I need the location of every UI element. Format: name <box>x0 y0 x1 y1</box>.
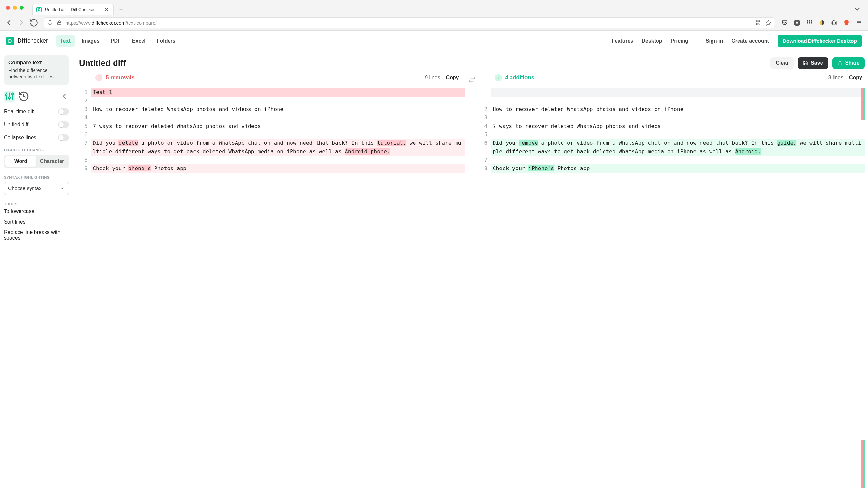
svg-rect-24 <box>805 63 807 65</box>
save-button[interactable]: Save <box>798 57 828 69</box>
tab-strip: D Untitled diff - Diff Checker ✕ + <box>0 0 868 15</box>
window-zoom-button[interactable] <box>20 5 24 10</box>
share-icon <box>837 61 843 66</box>
browser-tab[interactable]: D Untitled diff - Diff Checker ✕ <box>32 4 114 15</box>
toggle-switch[interactable] <box>58 108 69 115</box>
url-host: diffchecker.com <box>92 20 126 26</box>
tab-close-button[interactable]: ✕ <box>103 7 109 13</box>
code-content: 7 ways to recover deleted WhatsApp photo… <box>91 122 465 130</box>
compare-card: Compare text Find the difference between… <box>4 55 69 85</box>
svg-rect-5 <box>760 24 760 25</box>
back-button[interactable] <box>5 18 14 27</box>
header-link-features[interactable]: Features <box>612 38 633 44</box>
removed-token: Test 1 <box>93 89 112 95</box>
diff-pane-right[interactable]: 12How to recover deleted WhatsApp photos… <box>479 88 865 488</box>
share-button[interactable]: Share <box>832 57 865 69</box>
highlight-section-label: HIGHLIGHT CHANGE <box>4 148 69 152</box>
share-button-label: Share <box>845 60 860 66</box>
syntax-select[interactable]: Choose syntax <box>4 182 69 195</box>
tab-overflow-button[interactable] <box>853 5 862 13</box>
compare-card-subtitle: Find the difference between two text fil… <box>8 67 64 80</box>
apps-grid-icon[interactable] <box>806 20 813 26</box>
added-token: remove <box>519 140 538 146</box>
top-tab-folders[interactable]: Folders <box>152 35 180 47</box>
line-number: 3 <box>479 114 491 122</box>
syntax-section-label: SYNTAX HIGHLIGHTING <box>4 175 69 179</box>
segment-character[interactable]: Character <box>36 156 68 167</box>
brave-shield-icon[interactable] <box>843 20 850 26</box>
hamburger-menu-icon[interactable] <box>856 20 862 26</box>
header-link-pricing[interactable]: Pricing <box>671 38 688 44</box>
code-content: How to recover deleted WhatsApp photos a… <box>91 105 465 114</box>
swap-panes-button[interactable] <box>462 74 483 85</box>
svg-point-20 <box>5 94 7 96</box>
removed-token: phone's <box>128 165 151 172</box>
svg-point-22 <box>12 93 14 95</box>
account-avatar[interactable]: A <box>794 20 800 26</box>
sidebar-tabs <box>4 91 69 102</box>
download-desktop-button[interactable]: Download Diffchecker Desktop <box>778 35 862 47</box>
title-actions: Clear Save Share <box>770 57 865 69</box>
removals-count: 5 removals <box>106 74 135 81</box>
qr-icon[interactable] <box>755 20 761 26</box>
history-icon[interactable] <box>18 91 29 102</box>
diff-line: 6Did you remove a photo or video from a … <box>479 139 865 156</box>
settings-icon[interactable] <box>4 91 15 102</box>
code-content: Did you delete a photo or video from a W… <box>91 139 465 156</box>
clear-button[interactable]: Clear <box>770 57 794 69</box>
logo-suffix: checker <box>27 37 48 44</box>
added-token: Android. <box>735 148 761 155</box>
segment-word[interactable]: Word <box>5 156 36 167</box>
top-tab-excel[interactable]: Excel <box>127 35 150 47</box>
top-tab-text[interactable]: Text <box>56 35 75 47</box>
left-line-count: 9 lines <box>425 75 440 81</box>
diff-pane-left[interactable]: 1Test 123How to recover deleted WhatsApp… <box>79 88 465 488</box>
left-pane-header: − 5 removals 9 lines Copy <box>79 74 462 85</box>
tool-item[interactable]: Replace line breaks with spaces <box>4 230 69 241</box>
top-tab-images[interactable]: Images <box>77 35 104 47</box>
code-content: How to recover deleted WhatsApp photos a… <box>491 105 865 114</box>
tool-list: To lowercaseSort linesReplace line break… <box>4 209 69 241</box>
main-content: Untitled diff Clear Save Share <box>73 52 868 488</box>
minus-badge-icon: − <box>95 74 102 81</box>
diff-body: 1Test 123How to recover deleted WhatsApp… <box>79 88 865 488</box>
reload-button[interactable] <box>29 18 38 27</box>
tool-item[interactable]: To lowercase <box>4 209 69 214</box>
new-tab-button[interactable]: + <box>116 5 126 14</box>
window-close-button[interactable] <box>6 5 10 10</box>
save-button-label: Save <box>811 60 823 66</box>
code-content: 7 ways to recover deleted WhatsApp photo… <box>491 122 865 130</box>
copy-right-button[interactable]: Copy <box>849 75 862 81</box>
tool-item[interactable]: Sort lines <box>4 219 69 225</box>
diff-line: 9Check your phone's Photos app <box>79 164 465 173</box>
collapse-sidebar-button[interactable] <box>60 92 69 101</box>
header-right: FeaturesDesktopPricing Sign in Create ac… <box>612 35 862 47</box>
code-content: Check your iPhone's Photos app <box>491 164 865 173</box>
create-account-link[interactable]: Create account <box>731 38 769 44</box>
toggle-switch[interactable] <box>58 134 69 141</box>
address-bar[interactable]: https://www.diffchecker.com/text-compare… <box>43 17 775 28</box>
copy-left-button[interactable]: Copy <box>446 75 459 81</box>
header-link-desktop[interactable]: Desktop <box>642 38 662 44</box>
svg-rect-1 <box>756 21 757 22</box>
signin-link[interactable]: Sign in <box>706 38 723 44</box>
extensions-icon[interactable] <box>831 20 837 26</box>
forward-button[interactable] <box>17 18 26 27</box>
line-number: 5 <box>79 122 91 130</box>
clear-button-label: Clear <box>776 60 788 66</box>
top-tab-pdf[interactable]: PDF <box>106 35 126 47</box>
line-number: 7 <box>479 156 491 164</box>
window-minimize-button[interactable] <box>13 5 17 10</box>
removed-token: delete <box>118 140 138 146</box>
logo-mark[interactable]: D <box>6 37 14 45</box>
document-title[interactable]: Untitled diff <box>79 58 126 68</box>
logo-text[interactable]: Diffchecker <box>18 37 48 44</box>
diff-minimap[interactable] <box>861 88 865 488</box>
star-icon[interactable] <box>766 20 771 26</box>
code-content: Test 1 <box>91 88 465 97</box>
toggle-switch[interactable] <box>58 121 69 128</box>
browser-chrome: D Untitled diff - Diff Checker ✕ + ht <box>0 0 868 31</box>
pocket-icon[interactable] <box>781 20 788 26</box>
extension-color-icon[interactable] <box>818 20 825 26</box>
line-number: 3 <box>79 105 91 114</box>
